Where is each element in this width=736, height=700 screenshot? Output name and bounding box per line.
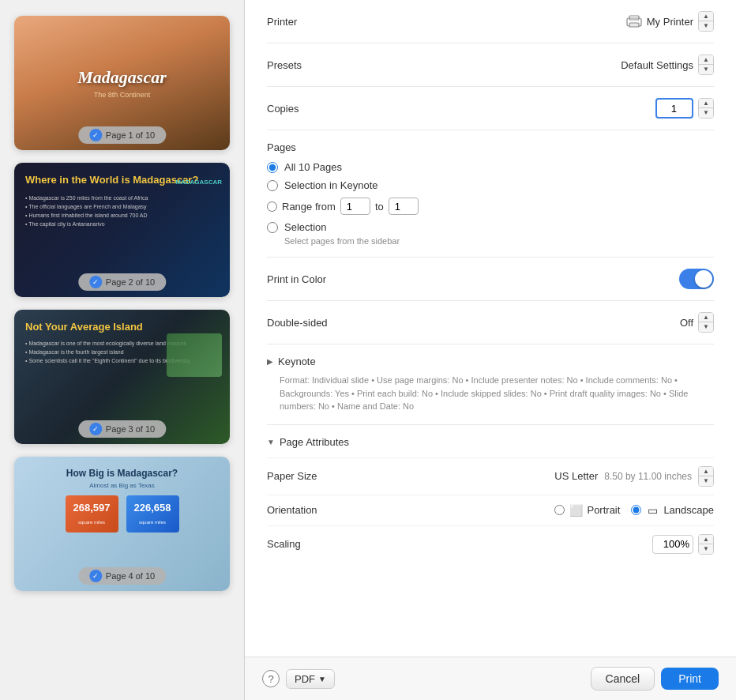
copies-value-group: ▲ ▼: [655, 98, 714, 119]
keynote-section-title: Keynote: [278, 356, 316, 367]
scaling-input[interactable]: [652, 535, 693, 554]
printer-label: Printer: [267, 16, 297, 28]
paper-size-value-group: US Letter 8.50 by 11.00 inches ▲ ▼: [554, 466, 714, 487]
slide-thumb-3[interactable]: Not Your Average Island • Madagascar is …: [14, 310, 230, 444]
orientation-label: Orientation: [267, 504, 317, 516]
landscape-radio[interactable]: [631, 505, 641, 515]
double-sided-value: Off ▲ ▼: [680, 312, 714, 333]
paper-size-dims: 8.50 by 11.00 inches: [604, 471, 692, 482]
slide-thumb-4[interactable]: How Big is Madagascar? Almost as Big as …: [14, 457, 230, 591]
page-attr-header[interactable]: ▼ Page Attributes: [267, 436, 714, 448]
pdf-button[interactable]: PDF ▼: [286, 669, 335, 689]
slide3-title: Not Your Average Island: [25, 321, 143, 334]
slide2-check-icon: ✓: [89, 276, 102, 288]
range-from-input[interactable]: [340, 198, 370, 215]
print-color-toggle[interactable]: [679, 269, 714, 289]
presets-label: Presets: [267, 59, 302, 71]
landscape-label: Landscape: [663, 504, 714, 516]
copies-stepper[interactable]: ▲ ▼: [698, 98, 714, 119]
paper-size-label: Paper Size: [267, 470, 317, 482]
pdf-label: PDF: [295, 673, 315, 685]
slide2-bullets: • Madagascar is 250 miles from the coast…: [25, 194, 148, 229]
print-color-row: Print in Color: [267, 258, 714, 301]
help-button[interactable]: ?: [262, 670, 280, 687]
radio-selection-keynote: Selection in Keynote: [267, 179, 714, 191]
page-attr-title: Page Attributes: [280, 436, 349, 448]
radio-all-pages: All 10 Pages: [267, 161, 714, 173]
paper-size-stepper[interactable]: ▲ ▼: [698, 466, 714, 487]
slide3-inset-image: [167, 333, 222, 377]
slide2-title: Where in the World is Madagascar?: [25, 174, 198, 187]
slide1-subtitle: The 8th Continent: [94, 91, 151, 99]
pages-label: Pages: [267, 141, 714, 153]
printer-value: My Printer ▲ ▼: [626, 11, 714, 32]
slide4-title: How Big is Madagascar?: [66, 468, 178, 479]
svg-rect-2: [629, 23, 639, 27]
slide-thumb-2[interactable]: Where in the World is Madagascar? • Mada…: [14, 163, 230, 297]
printer-icon: [626, 15, 642, 28]
keynote-section-header[interactable]: ▶ Keynote: [267, 356, 714, 367]
slide4-stat1: 268,597 square miles: [66, 495, 118, 533]
paper-size-row: Paper Size US Letter 8.50 by 11.00 inche…: [267, 457, 714, 495]
presets-value: Default Settings ▲ ▼: [621, 55, 714, 75]
slide3-page-label: ✓ Page 3 of 10: [78, 420, 166, 438]
range-to-input[interactable]: [389, 198, 419, 215]
keynote-section-desc: Format: Individual slide • Use page marg…: [267, 374, 714, 413]
portrait-icon: ⬜: [569, 503, 583, 517]
orientation-row: Orientation ⬜ Portrait ▭ Landscape: [267, 495, 714, 525]
radio-range-input[interactable]: [267, 201, 277, 212]
pdf-chevron-icon: ▼: [318, 675, 326, 683]
slide3-bullets: • Madagascar is one of the most ecologic…: [25, 339, 190, 366]
slide3-check-icon: ✓: [89, 423, 102, 435]
cancel-button[interactable]: Cancel: [591, 667, 655, 691]
slide4-check-icon: ✓: [89, 570, 102, 582]
double-sided-stepper[interactable]: ▲ ▼: [698, 312, 714, 333]
radio-selection: Selection: [267, 221, 714, 233]
scaling-value-group: ▲ ▼: [652, 534, 714, 555]
selection-desc: Select pages from the sidebar: [284, 236, 714, 246]
slide4-stat2: 226,658 square miles: [126, 495, 179, 533]
slide4-subtitle: Almost as Big as Texas: [89, 482, 155, 489]
print-panel: Printer My Printer ▲ ▼ Presets Default S…: [245, 0, 736, 700]
landscape-option[interactable]: ▭ Landscape: [631, 503, 714, 517]
slide1-page-label: ✓ Page 1 of 10: [78, 126, 166, 144]
portrait-option[interactable]: ⬜ Portrait: [554, 503, 620, 517]
slide4-page-label: ✓ Page 4 of 10: [78, 567, 166, 585]
radio-sel-keynote-input[interactable]: [267, 180, 278, 191]
presets-stepper[interactable]: ▲ ▼: [698, 55, 714, 75]
pages-section: Pages All 10 Pages Selection in Keynote …: [267, 130, 714, 258]
portrait-label: Portrait: [587, 504, 620, 516]
double-sided-text: Off: [680, 317, 693, 329]
print-button[interactable]: Print: [661, 668, 719, 690]
scaling-stepper[interactable]: ▲ ▼: [698, 534, 714, 555]
scaling-label: Scaling: [267, 538, 301, 550]
radio-range-label[interactable]: Range from: [282, 201, 336, 213]
range-to-label: to: [375, 201, 384, 213]
double-sided-row: Double-sided Off ▲ ▼: [267, 301, 714, 344]
copies-label: Copies: [267, 103, 299, 115]
orientation-options: ⬜ Portrait ▭ Landscape: [554, 503, 714, 517]
copies-input[interactable]: [655, 98, 693, 119]
print-color-label: Print in Color: [267, 273, 326, 285]
slide2-map-label: MADAGASCAR: [175, 179, 222, 186]
print-footer: ? PDF ▼ Cancel Print: [245, 657, 736, 700]
keynote-section: ▶ Keynote Format: Individual slide • Use…: [267, 344, 714, 425]
keynote-chevron-icon: ▶: [267, 357, 273, 366]
copies-row: Copies ▲ ▼: [267, 87, 714, 130]
radio-sel-input[interactable]: [267, 222, 278, 233]
slide-thumb-1[interactable]: Madagascar The 8th Continent ✓ Page 1 of…: [14, 16, 230, 150]
double-sided-label: Double-sided: [267, 317, 328, 329]
radio-sel-keynote-label[interactable]: Selection in Keynote: [284, 179, 378, 191]
slide2-page-label: ✓ Page 2 of 10: [78, 273, 166, 291]
radio-sel-label[interactable]: Selection: [284, 221, 326, 233]
print-body: Printer My Printer ▲ ▼ Presets Default S…: [245, 0, 736, 657]
printer-stepper[interactable]: ▲ ▼: [698, 11, 714, 32]
radio-all-pages-label[interactable]: All 10 Pages: [284, 161, 342, 173]
slide1-check-icon: ✓: [89, 129, 102, 141]
paper-size-name: US Letter: [554, 470, 598, 482]
printer-name: My Printer: [647, 16, 693, 28]
page-attr-chevron-icon: ▼: [267, 438, 275, 446]
range-row: Range from to: [267, 198, 714, 215]
radio-all-pages-input[interactable]: [267, 162, 278, 173]
portrait-radio[interactable]: [554, 505, 565, 515]
